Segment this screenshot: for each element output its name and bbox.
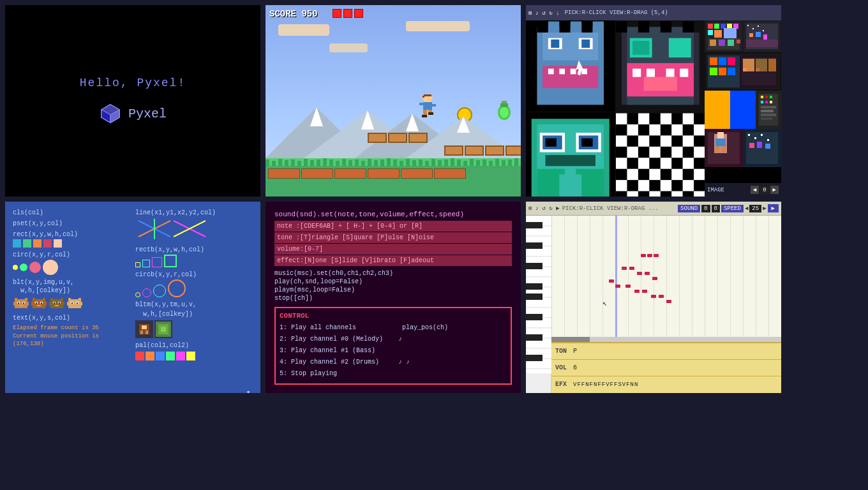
sprite-panel [705,20,781,183]
svg-rect-101 [682,22,693,33]
svg-rect-201 [761,106,776,108]
svg-rect-294 [526,293,542,300]
svg-rect-63 [483,160,486,166]
music-hscrollbar[interactable] [551,337,781,342]
control-item-3: 3: Play channel #1 (Bass) [280,345,507,357]
api-circ: circ(x,y,r,col) [13,251,130,258]
svg-rect-224 [26,302,29,306]
svg-rect-239 [36,302,37,304]
grass-svg [266,158,521,166]
bltm-thumb-1 [135,320,153,338]
svg-rect-168 [758,26,759,27]
svg-rect-124 [638,135,648,146]
cat-sprite-3 [49,297,65,311]
svg-rect-255 [68,298,71,301]
svg-rect-36 [310,160,314,166]
svg-rect-236 [43,298,45,301]
svg-rect-56 [438,160,442,166]
svg-rect-64 [489,161,493,166]
svg-rect-199 [765,101,768,103]
svg-rect-198 [761,101,763,103]
pal-color-3 [156,352,165,360]
svg-rect-100 [660,22,671,33]
sound-stop-line: stop([ch]) [274,295,512,302]
control-item-2: 2: Play channel #0 (Melody) ♪ [280,334,507,345]
panel-image-editor: ⊞ ♪ ↺ ↻ ↓ PICK:R-CLICK VIEW:R-DRAG (5,4) [526,5,781,197]
note-12 [634,290,640,293]
svg-rect-223 [13,302,16,306]
svg-rect-66 [502,160,505,166]
panel-game: SCORE 950 [266,5,521,197]
control-title: CONTROL [280,312,507,320]
platform-block [465,145,484,156]
sound-effect-line: effect:[N]one [S]lide [V]ibrato [F]adeou… [274,255,512,266]
main-grid: Hello, Pyxel! Pyxel SCORE 950 [0,0,868,490]
editor-toolbar: ⊞ ♪ ↺ ↻ ↓ PICK:R-CLICK VIEW:R-DRAG (5,4) [526,5,781,20]
note-4 [622,267,627,270]
svg-rect-230 [23,302,24,304]
sound-label: SOUND [678,205,700,212]
svg-rect-202 [761,110,774,112]
svg-rect-166 [747,25,749,26]
music-hscroll-thumb[interactable] [551,337,590,342]
svg-rect-49 [393,160,397,166]
platform-block [388,133,407,143]
brick [268,168,300,179]
image-prev[interactable]: ◀ [751,186,759,194]
note-3 [654,254,659,257]
image-next[interactable]: ▶ [770,186,779,194]
note-13 [642,290,647,293]
play-btn[interactable]: ▶ [768,204,779,212]
speed-incr[interactable]: ▶ [763,205,766,212]
life-block-2 [343,9,352,18]
svg-rect-8 [423,96,424,98]
panel-sound-api: sound(snd).set(note,tone,volume,effect,s… [266,202,521,393]
svg-rect-45 [368,159,371,166]
music-controls: SOUND 0 0 SPEED ◀ 25 ▶ ▶ [678,204,779,212]
circ-1 [13,265,18,270]
svg-rect-292 [526,263,542,269]
editor-q1 [526,20,615,112]
bltm-sprite-1 [137,322,152,337]
speed-decr[interactable]: ◀ [745,205,748,212]
pal-color-5 [176,352,185,360]
svg-rect-127 [627,146,638,157]
grid-cursor-icon: ↖ [602,299,607,308]
svg-rect-212 [722,146,726,152]
svg-rect-73 [551,40,559,48]
svg-rect-221 [765,144,770,149]
svg-rect-151 [714,24,719,29]
svg-rect-181 [719,68,726,75]
rect-color-2 [23,239,31,248]
circb-4 [168,279,186,297]
music-bottom-panel: TON P VOL 6 EFX VFFNFNFFVFFSVFNN [551,342,781,393]
svg-rect-112 [559,174,581,197]
rect-color-1 [13,239,21,248]
music-grid[interactable]: ↖ TON P VOL 6 EFX [551,216,781,393]
platform-block [368,133,387,143]
svg-rect-156 [714,30,722,38]
bltm-thumb-2 [154,320,172,338]
line-demo [135,218,253,242]
svg-rect-128 [649,146,660,157]
circb-demo [135,279,253,297]
q1-sprite [526,20,615,112]
svg-rect-211 [715,146,719,152]
vol-value: 6 [573,364,577,371]
svg-rect-40 [336,161,340,166]
svg-rect-59 [457,160,461,166]
svg-rect-296 [526,334,542,341]
svg-rect-133 [660,158,671,168]
rect-color-3 [33,239,41,248]
cloud-2 [406,21,470,31]
svg-rect-99 [638,22,648,33]
svg-rect-250 [59,302,60,304]
api-blt2: w,h,[colkey]) [13,287,130,294]
svg-rect-39 [329,160,333,166]
pal-color-4 [166,352,175,360]
brick [334,168,366,179]
svg-rect-196 [765,96,768,98]
editor-body: ✏ ▦ □ ○ → [526,20,781,197]
api-left: cls(col) pset(x,y,col) rect(x,y,w,h,col)… [10,207,133,393]
speed-val: 25 [749,205,761,212]
